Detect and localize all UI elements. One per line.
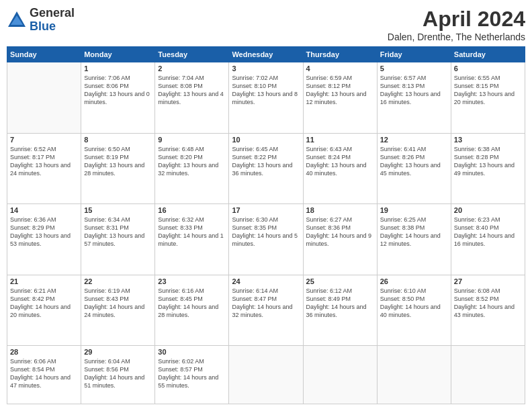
day-number: 7 <box>10 136 78 144</box>
day-info: Sunrise: 6:27 AMSunset: 8:36 PMDaylight:… <box>306 216 374 248</box>
day-number: 4 <box>306 64 374 73</box>
day-info: Sunrise: 6:36 AMSunset: 8:29 PMDaylight:… <box>10 216 78 248</box>
day-info: Sunrise: 6:41 AMSunset: 8:26 PMDaylight:… <box>380 145 448 178</box>
day-info: Sunrise: 6:12 AMSunset: 8:49 PMDaylight:… <box>306 287 374 320</box>
calendar-cell <box>451 346 525 404</box>
day-number: 18 <box>306 206 374 214</box>
day-number: 6 <box>454 64 522 73</box>
page: General Blue April 2024 Dalen, Drenthe, … <box>0 0 532 411</box>
calendar-cell: 22 Sunrise: 6:19 AMSunset: 8:43 PMDaylig… <box>81 275 155 346</box>
day-info: Sunrise: 6:55 AMSunset: 8:15 PMDaylight:… <box>454 74 522 107</box>
day-number: 24 <box>232 277 300 285</box>
calendar-cell: 10 Sunrise: 6:45 AMSunset: 8:22 PMDaylig… <box>229 133 303 204</box>
day-info: Sunrise: 7:02 AMSunset: 8:10 PMDaylight:… <box>232 74 300 107</box>
title-section: April 2024 Dalen, Drenthe, The Netherlan… <box>388 7 525 42</box>
calendar-cell: 9 Sunrise: 6:48 AMSunset: 8:20 PMDayligh… <box>155 133 229 204</box>
day-number: 8 <box>84 136 152 144</box>
day-number: 27 <box>454 277 522 285</box>
day-info: Sunrise: 6:52 AMSunset: 8:17 PMDaylight:… <box>10 145 78 178</box>
day-number: 19 <box>380 206 448 214</box>
day-number: 2 <box>158 64 226 73</box>
calendar-cell <box>303 346 377 404</box>
logo: General Blue <box>7 7 75 34</box>
day-number: 21 <box>10 277 78 285</box>
day-info: Sunrise: 6:30 AMSunset: 8:35 PMDaylight:… <box>232 216 300 248</box>
day-info: Sunrise: 6:16 AMSunset: 8:45 PMDaylight:… <box>158 287 226 320</box>
calendar-cell: 4 Sunrise: 6:59 AMSunset: 8:12 PMDayligh… <box>303 62 377 134</box>
day-info: Sunrise: 6:04 AMSunset: 8:56 PMDaylight:… <box>84 357 152 390</box>
day-number: 13 <box>454 136 522 144</box>
calendar-cell: 6 Sunrise: 6:55 AMSunset: 8:15 PMDayligh… <box>451 62 525 134</box>
calendar-cell: 30 Sunrise: 6:02 AMSunset: 8:57 PMDaylig… <box>155 346 229 404</box>
calendar-cell <box>377 346 451 404</box>
calendar-cell: 17 Sunrise: 6:30 AMSunset: 8:35 PMDaylig… <box>229 204 303 275</box>
calendar-week-5: 28 Sunrise: 6:06 AMSunset: 8:54 PMDaylig… <box>7 346 525 404</box>
day-number: 22 <box>84 277 152 285</box>
day-number: 25 <box>306 277 374 285</box>
day-info: Sunrise: 7:04 AMSunset: 8:08 PMDaylight:… <box>158 74 226 107</box>
logo-icon <box>7 10 27 30</box>
calendar-cell: 11 Sunrise: 6:43 AMSunset: 8:24 PMDaylig… <box>303 133 377 204</box>
day-info: Sunrise: 6:38 AMSunset: 8:28 PMDaylight:… <box>454 145 522 178</box>
day-number: 16 <box>158 206 226 214</box>
calendar-cell: 5 Sunrise: 6:57 AMSunset: 8:13 PMDayligh… <box>377 62 451 134</box>
day-info: Sunrise: 6:25 AMSunset: 8:38 PMDaylight:… <box>380 216 448 248</box>
header: General Blue April 2024 Dalen, Drenthe, … <box>7 7 525 42</box>
day-number: 10 <box>232 136 300 144</box>
calendar-week-2: 7 Sunrise: 6:52 AMSunset: 8:17 PMDayligh… <box>7 133 525 204</box>
calendar-cell: 18 Sunrise: 6:27 AMSunset: 8:36 PMDaylig… <box>303 204 377 275</box>
day-number: 5 <box>380 64 448 73</box>
day-info: Sunrise: 6:23 AMSunset: 8:40 PMDaylight:… <box>454 216 522 248</box>
weekday-header-sunday: Sunday <box>7 47 81 62</box>
calendar-cell: 28 Sunrise: 6:06 AMSunset: 8:54 PMDaylig… <box>7 346 81 404</box>
day-number: 12 <box>380 136 448 144</box>
logo-blue: Blue <box>30 20 75 34</box>
calendar-cell <box>7 62 81 134</box>
calendar-header-row: SundayMondayTuesdayWednesdayThursdayFrid… <box>7 47 525 62</box>
weekday-header-tuesday: Tuesday <box>155 47 229 62</box>
day-number: 17 <box>232 206 300 214</box>
day-info: Sunrise: 6:48 AMSunset: 8:20 PMDaylight:… <box>158 145 226 178</box>
day-info: Sunrise: 6:43 AMSunset: 8:24 PMDaylight:… <box>306 145 374 178</box>
calendar-cell: 27 Sunrise: 6:08 AMSunset: 8:52 PMDaylig… <box>451 275 525 346</box>
calendar-cell: 7 Sunrise: 6:52 AMSunset: 8:17 PMDayligh… <box>7 133 81 204</box>
calendar-cell: 2 Sunrise: 7:04 AMSunset: 8:08 PMDayligh… <box>155 62 229 134</box>
day-number: 14 <box>10 206 78 214</box>
calendar: SundayMondayTuesdayWednesdayThursdayFrid… <box>7 46 525 404</box>
calendar-week-3: 14 Sunrise: 6:36 AMSunset: 8:29 PMDaylig… <box>7 204 525 275</box>
calendar-cell: 13 Sunrise: 6:38 AMSunset: 8:28 PMDaylig… <box>451 133 525 204</box>
calendar-cell: 16 Sunrise: 6:32 AMSunset: 8:33 PMDaylig… <box>155 204 229 275</box>
day-info: Sunrise: 7:06 AMSunset: 8:06 PMDaylight:… <box>84 74 152 107</box>
weekday-header-friday: Friday <box>377 47 451 62</box>
calendar-cell: 23 Sunrise: 6:16 AMSunset: 8:45 PMDaylig… <box>155 275 229 346</box>
day-info: Sunrise: 6:06 AMSunset: 8:54 PMDaylight:… <box>10 357 78 390</box>
calendar-cell <box>229 346 303 404</box>
weekday-header-monday: Monday <box>81 47 155 62</box>
day-info: Sunrise: 6:02 AMSunset: 8:57 PMDaylight:… <box>158 357 226 390</box>
day-info: Sunrise: 6:14 AMSunset: 8:47 PMDaylight:… <box>232 287 300 320</box>
calendar-cell: 8 Sunrise: 6:50 AMSunset: 8:19 PMDayligh… <box>81 133 155 204</box>
day-info: Sunrise: 6:34 AMSunset: 8:31 PMDaylight:… <box>84 216 152 248</box>
day-number: 30 <box>158 348 226 356</box>
day-info: Sunrise: 6:10 AMSunset: 8:50 PMDaylight:… <box>380 287 448 320</box>
calendar-week-1: 1 Sunrise: 7:06 AMSunset: 8:06 PMDayligh… <box>7 62 525 134</box>
day-info: Sunrise: 6:59 AMSunset: 8:12 PMDaylight:… <box>306 74 374 107</box>
weekday-header-thursday: Thursday <box>303 47 377 62</box>
day-info: Sunrise: 6:45 AMSunset: 8:22 PMDaylight:… <box>232 145 300 178</box>
calendar-cell: 19 Sunrise: 6:25 AMSunset: 8:38 PMDaylig… <box>377 204 451 275</box>
calendar-cell: 14 Sunrise: 6:36 AMSunset: 8:29 PMDaylig… <box>7 204 81 275</box>
calendar-cell: 20 Sunrise: 6:23 AMSunset: 8:40 PMDaylig… <box>451 204 525 275</box>
day-number: 1 <box>84 64 152 73</box>
calendar-cell: 24 Sunrise: 6:14 AMSunset: 8:47 PMDaylig… <box>229 275 303 346</box>
day-number: 23 <box>158 277 226 285</box>
weekday-header-wednesday: Wednesday <box>229 47 303 62</box>
calendar-cell: 3 Sunrise: 7:02 AMSunset: 8:10 PMDayligh… <box>229 62 303 134</box>
calendar-cell: 1 Sunrise: 7:06 AMSunset: 8:06 PMDayligh… <box>81 62 155 134</box>
weekday-header-saturday: Saturday <box>451 47 525 62</box>
day-number: 3 <box>232 64 300 73</box>
day-number: 28 <box>10 348 78 356</box>
day-number: 15 <box>84 206 152 214</box>
day-number: 11 <box>306 136 374 144</box>
location: Dalen, Drenthe, The Netherlands <box>388 32 525 42</box>
day-info: Sunrise: 6:08 AMSunset: 8:52 PMDaylight:… <box>454 287 522 320</box>
